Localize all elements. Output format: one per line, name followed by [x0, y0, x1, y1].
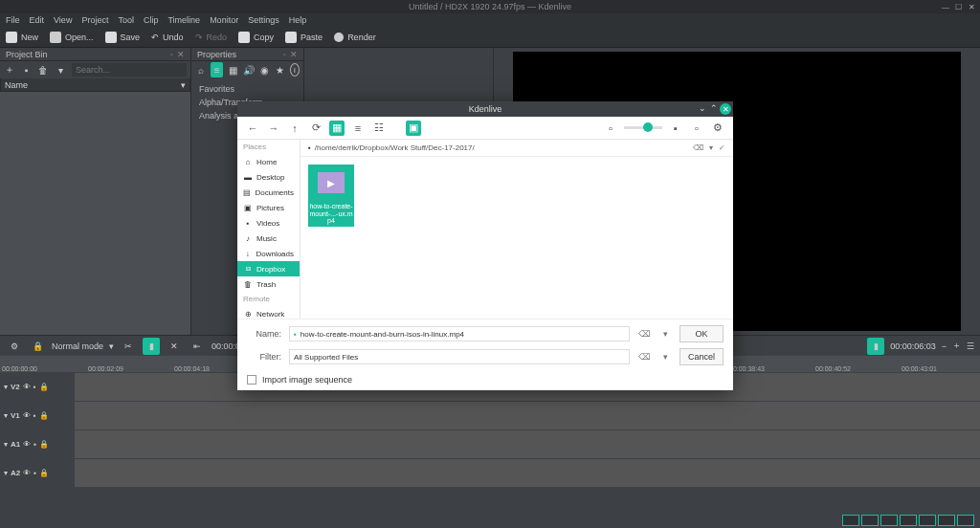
zoom-slider[interactable] — [624, 126, 662, 129]
audio-effects-icon[interactable]: 🔊 — [242, 62, 254, 77]
menu-clip[interactable]: Clip — [144, 15, 159, 25]
menu-monitor[interactable]: Monitor — [210, 15, 238, 25]
menu-settings[interactable]: Settings — [248, 15, 279, 25]
dialog-titlebar[interactable]: Kdenlive ⌄⌃ ✕ — [237, 101, 733, 117]
lock-icon[interactable]: 🔒 — [39, 411, 49, 420]
menu-timeline[interactable]: Timeline — [167, 15, 200, 25]
open-button[interactable]: Open... — [50, 32, 94, 43]
new-button[interactable]: New — [6, 32, 38, 43]
menu-edit[interactable]: Edit — [30, 15, 45, 25]
import-sequence-checkbox[interactable] — [247, 375, 256, 385]
menu-view[interactable]: View — [54, 15, 72, 25]
file-item[interactable]: ▶ how-to-create-mount-...-ux.mp4 — [308, 165, 354, 227]
delete-icon[interactable]: 🗑 — [38, 63, 50, 77]
panel-detach-icon[interactable]: ◦ — [283, 50, 286, 59]
lock-icon[interactable]: 🔒 — [39, 469, 49, 477]
chevron-down-icon[interactable]: ▾ — [109, 341, 114, 351]
bin-name-header[interactable]: Name▾ — [0, 78, 190, 92]
menu-tool[interactable]: Tool — [118, 15, 134, 25]
lock-icon[interactable]: 🔒 — [39, 383, 49, 391]
mute-icon[interactable]: ▪ — [33, 469, 36, 477]
minus-icon[interactable]: − — [942, 341, 947, 351]
maximize-icon[interactable]: ☐ — [955, 3, 963, 11]
chevron-down-icon[interactable]: ▾ — [658, 352, 672, 362]
info-icon[interactable]: i — [290, 63, 300, 77]
close-icon[interactable]: ✕ — [969, 3, 976, 11]
eye-icon[interactable]: 👁 — [23, 383, 31, 391]
menu-file[interactable]: File — [6, 15, 20, 25]
copy-button[interactable]: Copy — [238, 32, 274, 43]
menu-project[interactable]: Project — [81, 15, 108, 25]
view-icons-icon[interactable]: ▦ — [329, 121, 345, 136]
file-browser[interactable]: ▶ how-to-create-mount-...-ux.mp4 — [301, 157, 733, 319]
status-btn[interactable] — [919, 515, 936, 526]
zoom-in-icon[interactable]: ▪ — [668, 121, 683, 136]
track-body[interactable] — [75, 402, 980, 429]
view-tree-icon[interactable]: ☷ — [371, 121, 387, 136]
favorite-effects-icon[interactable]: ★ — [274, 62, 285, 77]
eye-icon[interactable]: 👁 — [23, 411, 31, 420]
select-tool-button[interactable]: ▮ — [143, 338, 160, 355]
add-clip-icon[interactable]: ＋ — [4, 63, 15, 77]
search-icon[interactable]: ⌕ — [195, 62, 207, 77]
track-head-a2[interactable]: ▾ A2 👁▪🔒 — [0, 459, 75, 487]
nav-up-icon[interactable]: ↑ — [287, 121, 302, 136]
place-pictures[interactable]: ▣Pictures — [237, 200, 300, 215]
status-btn[interactable] — [900, 515, 917, 526]
track-body[interactable] — [75, 430, 980, 458]
place-desktop[interactable]: ▬Desktop — [237, 169, 300, 185]
clear-icon[interactable]: ⌫ — [637, 352, 651, 362]
clear-path-icon[interactable]: ⌫ — [693, 143, 703, 152]
razor-icon[interactable]: ✕ — [166, 338, 183, 355]
zoom-out-icon[interactable]: ▫ — [603, 121, 618, 136]
marker-button[interactable]: ▮ — [867, 338, 884, 355]
panel-detach-icon[interactable]: ◦ — [170, 50, 173, 59]
mode-label[interactable]: Normal mode — [52, 341, 103, 351]
place-trash[interactable]: 🗑Trash — [237, 276, 300, 292]
status-btn[interactable] — [842, 515, 859, 526]
status-btn[interactable] — [938, 515, 955, 526]
gear-icon[interactable]: ⚙ — [6, 338, 23, 355]
name-input[interactable]: ▪how-to-create-mount-and-burn-isos-in-li… — [289, 326, 630, 341]
place-documents[interactable]: ▤Documents — [237, 185, 300, 200]
place-dropbox[interactable]: ⧈Dropbox — [237, 261, 300, 276]
track-head-a1[interactable]: ▾ A1 👁▪🔒 — [0, 430, 75, 458]
clear-icon[interactable]: ⌫ — [637, 329, 651, 339]
track-head-v2[interactable]: ▾ V2 👁▪🔒 — [0, 373, 75, 401]
render-button[interactable]: Render — [334, 33, 376, 42]
menu-icon[interactable]: ☰ — [967, 341, 974, 351]
place-network[interactable]: ⊕Network — [237, 306, 300, 319]
plus-icon[interactable]: ＋ — [952, 340, 961, 352]
mute-icon[interactable]: ▪ — [33, 440, 36, 449]
undo-button[interactable]: ↶Undo — [151, 33, 184, 42]
dialog-close-icon[interactable]: ✕ — [720, 103, 731, 115]
cancel-button[interactable]: Cancel — [679, 348, 724, 365]
eye-icon[interactable]: 👁 — [23, 469, 31, 477]
minimize-icon[interactable]: — — [942, 3, 949, 11]
panel-close-icon[interactable]: ✕ — [290, 50, 298, 59]
bin-search-input[interactable] — [72, 63, 187, 77]
mute-icon[interactable]: ▪ — [33, 383, 36, 391]
place-music[interactable]: ♪Music — [237, 231, 300, 246]
lock-icon[interactable]: 🔒 — [29, 338, 46, 355]
save-button[interactable]: Save — [105, 32, 141, 43]
props-item[interactable]: Favorites — [199, 82, 296, 96]
path-text[interactable]: /home/derrik/Dropbox/Work Stuff/Dec-17-2… — [315, 143, 475, 152]
place-home[interactable]: ⌂Home — [237, 154, 300, 169]
filter-select[interactable]: All Supported Files — [289, 349, 630, 364]
new-folder-icon[interactable]: ▫ — [689, 121, 704, 136]
slider-thumb[interactable] — [643, 122, 653, 132]
mute-icon[interactable]: ▪ — [33, 411, 36, 420]
accept-path-icon[interactable]: ✓ — [719, 143, 725, 152]
track-body[interactable] — [75, 459, 980, 487]
status-btn[interactable] — [861, 515, 879, 526]
status-btn[interactable] — [880, 515, 898, 526]
settings-icon[interactable]: ⚙ — [710, 121, 725, 136]
sort-icon[interactable]: ▾ — [181, 80, 186, 90]
folder-icon[interactable]: ▪ — [21, 63, 33, 77]
preview-toggle-icon[interactable]: ▣ — [406, 121, 421, 136]
eye-icon[interactable]: 👁 — [23, 440, 31, 449]
redo-button[interactable]: ↷Redo — [195, 33, 228, 42]
chevron-down-icon[interactable]: ▾ — [55, 63, 66, 77]
breadcrumb[interactable]: ▪ /home/derrik/Dropbox/Work Stuff/Dec-17… — [301, 140, 733, 157]
